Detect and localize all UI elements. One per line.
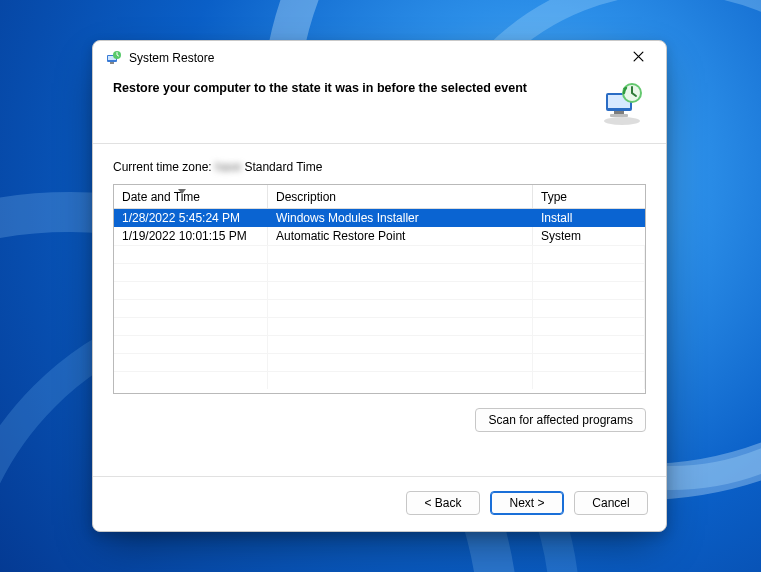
column-header-description-label: Description	[276, 190, 336, 204]
window-title: System Restore	[129, 51, 214, 65]
svg-rect-8	[610, 114, 628, 117]
cell-date: 1/19/2022 10:01:15 PM	[114, 227, 268, 245]
titlebar[interactable]: System Restore	[93, 41, 666, 75]
system-restore-window: System Restore Restore your computer to …	[92, 40, 667, 532]
column-header-type-label: Type	[541, 190, 567, 204]
table-row-empty	[114, 335, 645, 353]
next-button[interactable]: Next >	[490, 491, 564, 515]
desktop-background: System Restore Restore your computer to …	[0, 0, 761, 572]
cell-description: Windows Modules Installer	[268, 209, 533, 227]
restore-illustration-icon	[598, 79, 646, 127]
table-row-empty	[114, 245, 645, 263]
system-restore-icon	[105, 50, 121, 66]
cell-description: Automatic Restore Point	[268, 227, 533, 245]
close-icon	[633, 48, 644, 66]
cell-date: 1/28/2022 5:45:24 PM	[114, 209, 268, 227]
timezone-label: Current time zone: have Standard Time	[113, 160, 646, 174]
column-header-date-label: Date and Time	[122, 190, 200, 204]
table-row[interactable]: 1/28/2022 5:45:24 PM Windows Modules Ins…	[114, 209, 645, 227]
svg-point-4	[604, 117, 640, 125]
table-row[interactable]: 1/19/2022 10:01:15 PM Automatic Restore …	[114, 227, 645, 245]
table-row-empty	[114, 263, 645, 281]
cell-type: System	[533, 227, 645, 245]
close-button[interactable]	[616, 42, 660, 72]
table-row-empty	[114, 371, 645, 389]
cell-type: Install	[533, 209, 645, 227]
sort-descending-icon	[178, 184, 186, 198]
wizard-heading: Restore your computer to the state it wa…	[113, 79, 586, 95]
table-row-empty	[114, 353, 645, 371]
wizard-footer: < Back Next > Cancel	[93, 476, 666, 531]
svg-rect-7	[614, 111, 624, 114]
table-row-empty	[114, 281, 645, 299]
svg-marker-12	[178, 189, 186, 194]
wizard-header: Restore your computer to the state it wa…	[93, 75, 666, 143]
column-header-description[interactable]: Description	[268, 185, 533, 208]
cancel-button[interactable]: Cancel	[574, 491, 648, 515]
column-header-type[interactable]: Type	[533, 185, 645, 208]
restore-points-table[interactable]: Date and Time Description Type 1/28/202	[113, 184, 646, 394]
table-header-row: Date and Time Description Type	[114, 185, 645, 209]
svg-rect-2	[110, 62, 114, 64]
table-body: 1/28/2022 5:45:24 PM Windows Modules Ins…	[114, 209, 645, 393]
table-row-empty	[114, 299, 645, 317]
table-row-empty	[114, 317, 645, 335]
wizard-body: Current time zone: have Standard Time Da…	[93, 144, 666, 476]
scan-affected-programs-button[interactable]: Scan for affected programs	[475, 408, 646, 432]
back-button[interactable]: < Back	[406, 491, 480, 515]
column-header-date[interactable]: Date and Time	[114, 185, 268, 208]
